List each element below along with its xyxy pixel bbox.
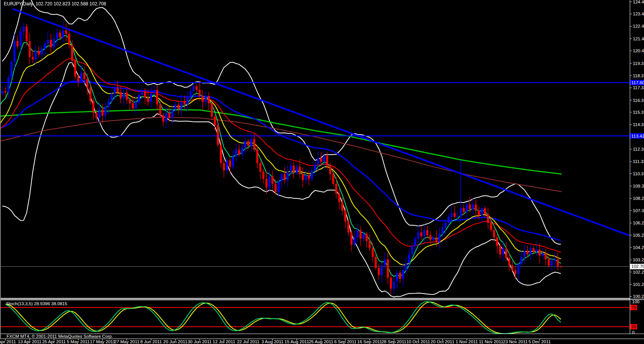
price-axis-label: 119.390	[633, 61, 644, 66]
date-label: 25 Apr 2011	[42, 339, 66, 344]
date-label: 12 Jul 2011	[213, 339, 235, 344]
candle-body	[323, 156, 325, 162]
date-label: 20 Jun 2011	[164, 339, 187, 344]
price-axis-label: 101.240	[633, 282, 644, 287]
candle-body	[442, 228, 444, 234]
candle-body	[10, 62, 12, 78]
date-label: 28 Sep 2011	[382, 339, 406, 344]
candle-body	[13, 41, 15, 62]
price-axis-label: 106.280	[633, 221, 644, 225]
candle-body	[526, 251, 528, 255]
candle-body	[487, 214, 489, 223]
candle-body	[478, 211, 480, 216]
price-axis-label: 100.250	[633, 294, 644, 299]
candle-body	[514, 270, 516, 274]
stoch-signal-line	[5, 302, 561, 334]
candle-body	[77, 76, 79, 81]
candle-body	[426, 230, 428, 235]
candle-body	[23, 27, 25, 32]
candle-body	[384, 259, 386, 266]
candle-body	[341, 202, 343, 211]
price-axis-label: 123.440	[633, 12, 644, 16]
candle-body	[280, 174, 282, 181]
candle-body	[156, 90, 158, 105]
mt4-terminal: 124.430123.440122.420121.400120.410119.3…	[0, 0, 644, 344]
ema-slower	[0, 81, 561, 241]
candle-body	[360, 230, 362, 239]
date-label: 27 May 2011	[114, 339, 140, 344]
main-chart-pane[interactable]	[0, 0, 630, 297]
hline-price-badge-label: 113.428	[631, 134, 644, 138]
candle-body	[454, 213, 455, 217]
candle-body	[423, 230, 425, 236]
candle-body	[284, 174, 285, 180]
candle-body	[7, 78, 9, 92]
stoch-axis[interactable]: 10007525	[630, 299, 639, 335]
candle-body	[311, 170, 313, 179]
chart-title: EURJPY,Daily 102.720 102.823 102.588 102…	[4, 1, 106, 7]
candle-body	[326, 156, 328, 165]
candle-body	[126, 92, 128, 100]
candle-body	[536, 249, 537, 252]
candle-body	[450, 213, 452, 217]
candle-body	[105, 107, 107, 115]
date-label: 8 Jun 2011	[140, 339, 162, 344]
time-axis[interactable]: 1 Apr 201113 Apr 201125 Apr 20115 May 20…	[0, 339, 551, 344]
price-axis-label: 102.260	[633, 270, 644, 274]
candle-body	[320, 158, 322, 162]
candle-body	[138, 95, 140, 102]
stochastic-pane[interactable]	[1, 301, 630, 334]
candle-body	[95, 113, 97, 118]
date-label: 3 Aug 2011	[262, 339, 284, 344]
candle-body	[35, 51, 37, 59]
candle-body	[162, 116, 164, 122]
candle-body	[4, 91, 6, 92]
candle-body	[466, 204, 468, 212]
candle-body	[190, 91, 192, 97]
candle-body	[299, 167, 301, 174]
candle-body	[554, 259, 556, 261]
candle-body	[402, 270, 404, 279]
pane-divider[interactable]	[0, 299, 644, 300]
candle-body	[362, 234, 364, 239]
candle-body	[439, 234, 440, 242]
candle-body	[68, 34, 70, 45]
date-label: 22 Jul 2011	[237, 339, 260, 344]
candle-body	[290, 166, 292, 172]
candle-body	[557, 259, 559, 266]
trendline[interactable]	[13, 9, 630, 236]
date-label: 23 Nov 2011	[503, 339, 527, 344]
ema-slow	[0, 59, 561, 253]
candle-body	[232, 157, 234, 166]
status-bar: FXCM MT4, © 2001-2011 MetaQuotes Softwar…	[0, 334, 644, 339]
candle-body	[475, 204, 477, 211]
stoch-scale-top: 100	[632, 299, 639, 304]
candle-body	[226, 161, 228, 170]
date-label: 13 Apr 2011	[18, 339, 42, 344]
candle-body	[347, 221, 349, 233]
candle-body	[83, 73, 85, 79]
candle-body	[211, 103, 213, 117]
candle-body	[369, 241, 370, 248]
candle-body	[335, 184, 337, 193]
price-axis-label: 111.320	[633, 159, 644, 164]
candle-body	[447, 217, 449, 223]
candle-body	[259, 163, 261, 171]
price-axis[interactable]: 124.430123.440122.420121.400120.410119.3…	[630, 0, 644, 299]
candle-body	[463, 208, 465, 212]
price-axis-label: 120.410	[633, 48, 644, 53]
candle-body	[378, 268, 380, 275]
candle-body	[460, 208, 462, 217]
candle-body	[305, 175, 307, 180]
date-label: 15 Aug 2011	[285, 339, 309, 344]
chart-surface[interactable]: 124.430123.440122.420121.400120.410119.3…	[0, 0, 644, 344]
date-label: 11 Nov 2011	[479, 339, 504, 344]
stoch-indicator-name: Stoch(13,3,5)	[6, 301, 33, 306]
candle-body	[420, 233, 422, 236]
date-label: 10 Oct 2011	[406, 339, 430, 344]
price-axis-label: 114.350	[633, 122, 644, 127]
price-axis-label: 122.420	[633, 24, 644, 28]
candle-body	[205, 96, 207, 102]
candle-body	[545, 253, 547, 259]
candle-body	[2, 91, 3, 93]
